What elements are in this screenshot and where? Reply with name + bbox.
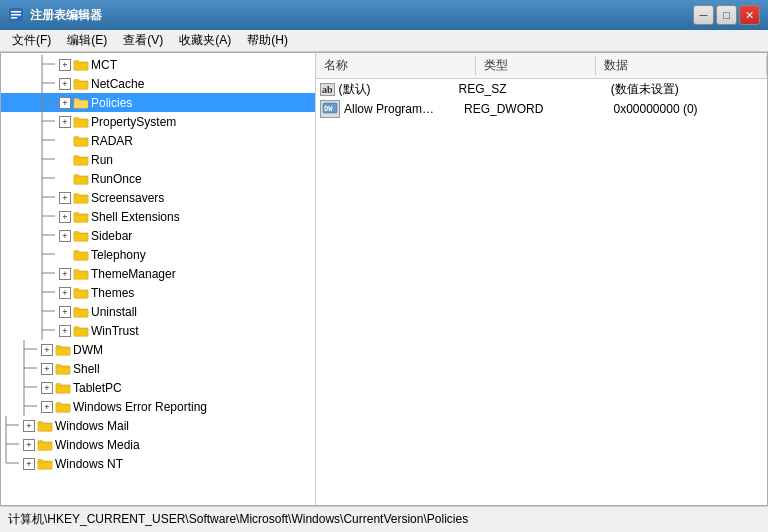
expand-btn-windowsnt[interactable]: + bbox=[23, 458, 35, 470]
expand-btn-sidebar[interactable]: + bbox=[59, 230, 71, 242]
tree-node-windowsmedia[interactable]: + Windows Media bbox=[1, 435, 315, 454]
node-label-windowsmail: Windows Mail bbox=[55, 419, 129, 433]
tree-node-netcache[interactable]: + NetCache bbox=[1, 74, 315, 93]
expand-btn-uninstall[interactable]: + bbox=[59, 306, 71, 318]
tree-connector bbox=[19, 340, 41, 359]
folder-icon-runonce bbox=[73, 172, 89, 186]
expand-btn-wintrust[interactable]: + bbox=[59, 325, 71, 337]
col-header-name: 名称 bbox=[316, 56, 476, 75]
tree-node-run[interactable]: Run bbox=[1, 150, 315, 169]
expand-btn-shellext[interactable]: + bbox=[59, 211, 71, 223]
tree-node-windowsmail[interactable]: + Windows Mail bbox=[1, 416, 315, 435]
tree-node-mct[interactable]: + MCT bbox=[1, 55, 315, 74]
expand-btn-windowsmedia[interactable]: + bbox=[23, 439, 35, 451]
folder-icon-windowsmedia bbox=[37, 438, 53, 452]
tree-node-sidebar[interactable]: + Sidebar bbox=[1, 226, 315, 245]
tree-node-windowsnt[interactable]: + Windows NT bbox=[1, 454, 315, 473]
tree-node-tabletpc[interactable]: + TabletPC bbox=[1, 378, 315, 397]
folder-icon-policies bbox=[73, 96, 89, 110]
reg-icon-sz: ab bbox=[320, 83, 335, 96]
tree-connector bbox=[19, 378, 41, 397]
folder-icon-tabletpc bbox=[55, 381, 71, 395]
menu-view[interactable]: 查看(V) bbox=[115, 30, 171, 51]
data-row-1[interactable]: DW Allow Program… REG_DWORD 0x00000000 (… bbox=[316, 99, 767, 119]
close-button[interactable]: ✕ bbox=[739, 5, 760, 25]
tree-connector bbox=[37, 55, 59, 74]
expand-btn-thememgr[interactable]: + bbox=[59, 268, 71, 280]
folder-icon-propertysystem bbox=[73, 115, 89, 129]
data-cell-name-1: Allow Program… bbox=[344, 102, 464, 116]
expand-btn-dwm[interactable]: + bbox=[41, 344, 53, 356]
tree-connector bbox=[1, 454, 23, 473]
node-label-radar: RADAR bbox=[91, 134, 133, 148]
window-title: 注册表编辑器 bbox=[30, 7, 693, 24]
tree-node-policies[interactable]: + Policies bbox=[1, 93, 315, 112]
expand-btn-screensavers[interactable]: + bbox=[59, 192, 71, 204]
folder-icon-shell bbox=[55, 362, 71, 376]
data-cell-value-1: 0x00000000 (0) bbox=[614, 102, 764, 116]
node-label-wintrust: WinTrust bbox=[91, 324, 139, 338]
expand-btn-propertysystem[interactable]: + bbox=[59, 116, 71, 128]
tree-connector bbox=[1, 416, 23, 435]
tree-connector bbox=[37, 93, 59, 112]
tree-node-screensavers[interactable]: + Screensavers bbox=[1, 188, 315, 207]
folder-icon-mct bbox=[73, 58, 89, 72]
node-label-netcache: NetCache bbox=[91, 77, 144, 91]
folder-icon-dwm bbox=[55, 343, 71, 357]
data-row-0[interactable]: ab (默认) REG_SZ (数值未设置) bbox=[316, 79, 767, 99]
expand-btn-themes[interactable]: + bbox=[59, 287, 71, 299]
expand-btn-mct[interactable]: + bbox=[59, 59, 71, 71]
tree-node-shell[interactable]: + Shell bbox=[1, 359, 315, 378]
expand-btn-windowsmail[interactable]: + bbox=[23, 420, 35, 432]
tree-connector bbox=[37, 321, 59, 340]
data-header: 名称 类型 数据 bbox=[316, 53, 767, 79]
tree-connector bbox=[37, 150, 59, 169]
expand-btn-netcache[interactable]: + bbox=[59, 78, 71, 90]
menu-help[interactable]: 帮助(H) bbox=[239, 30, 296, 51]
tree-node-propertysystem[interactable]: + PropertySystem bbox=[1, 112, 315, 131]
expand-btn-shell[interactable]: + bbox=[41, 363, 53, 375]
window-controls: ─ □ ✕ bbox=[693, 5, 760, 25]
tree-node-themes[interactable]: + Themes bbox=[1, 283, 315, 302]
minimize-button[interactable]: ─ bbox=[693, 5, 714, 25]
node-label-telephony: Telephony bbox=[91, 248, 146, 262]
folder-icon-themes bbox=[73, 286, 89, 300]
node-label-windowsnt: Windows NT bbox=[55, 457, 123, 471]
expand-btn-policies[interactable]: + bbox=[59, 97, 71, 109]
folder-icon-wer bbox=[55, 400, 71, 414]
tree-panel: + MCT + NetCache + Policies + PropertySy… bbox=[1, 53, 316, 505]
col-header-type: 类型 bbox=[476, 56, 596, 75]
tree-node-uninstall[interactable]: + Uninstall bbox=[1, 302, 315, 321]
tree-node-wer[interactable]: + Windows Error Reporting bbox=[1, 397, 315, 416]
folder-icon-screensavers bbox=[73, 191, 89, 205]
maximize-button[interactable]: □ bbox=[716, 5, 737, 25]
node-label-wer: Windows Error Reporting bbox=[73, 400, 207, 414]
tree-node-shellext[interactable]: + Shell Extensions bbox=[1, 207, 315, 226]
tree-scroll[interactable]: + MCT + NetCache + Policies + PropertySy… bbox=[1, 53, 315, 505]
node-label-tabletpc: TabletPC bbox=[73, 381, 122, 395]
folder-icon-telephony bbox=[73, 248, 89, 262]
main-content: + MCT + NetCache + Policies + PropertySy… bbox=[0, 52, 768, 506]
title-bar: 注册表编辑器 ─ □ ✕ bbox=[0, 0, 768, 30]
tree-node-runonce[interactable]: RunOnce bbox=[1, 169, 315, 188]
expand-btn-wer[interactable]: + bbox=[41, 401, 53, 413]
tree-connector bbox=[37, 169, 59, 188]
tree-node-dwm[interactable]: + DWM bbox=[1, 340, 315, 359]
col-header-data: 数据 bbox=[596, 56, 767, 75]
data-cell-type-0: REG_SZ bbox=[459, 82, 611, 96]
tree-connector bbox=[37, 207, 59, 226]
tree-node-thememgr[interactable]: + ThemeManager bbox=[1, 264, 315, 283]
folder-icon-netcache bbox=[73, 77, 89, 91]
tree-connector bbox=[37, 283, 59, 302]
tree-node-radar[interactable]: RADAR bbox=[1, 131, 315, 150]
folder-icon-sidebar bbox=[73, 229, 89, 243]
tree-connector bbox=[19, 397, 41, 416]
menu-bar: 文件(F) 编辑(E) 查看(V) 收藏夹(A) 帮助(H) bbox=[0, 30, 768, 52]
menu-file[interactable]: 文件(F) bbox=[4, 30, 59, 51]
menu-edit[interactable]: 编辑(E) bbox=[59, 30, 115, 51]
menu-favorites[interactable]: 收藏夹(A) bbox=[171, 30, 239, 51]
tree-node-telephony[interactable]: Telephony bbox=[1, 245, 315, 264]
tree-node-wintrust[interactable]: + WinTrust bbox=[1, 321, 315, 340]
expand-btn-tabletpc[interactable]: + bbox=[41, 382, 53, 394]
data-rows-container[interactable]: ab (默认) REG_SZ (数值未设置) DW Allow Program…… bbox=[316, 79, 767, 505]
